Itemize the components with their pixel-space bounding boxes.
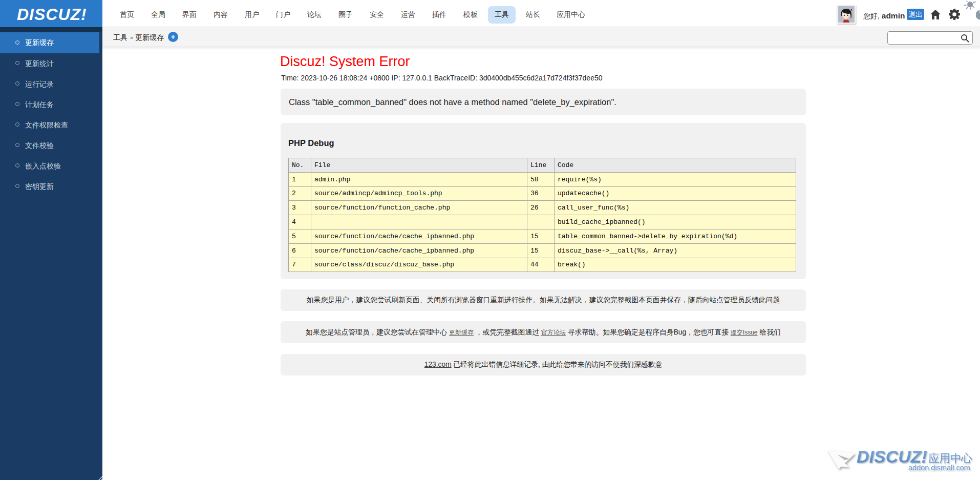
svg-text:addon.dismall.com: addon.dismall.com bbox=[908, 464, 970, 472]
svg-text:应用中心: 应用中心 bbox=[928, 452, 972, 465]
